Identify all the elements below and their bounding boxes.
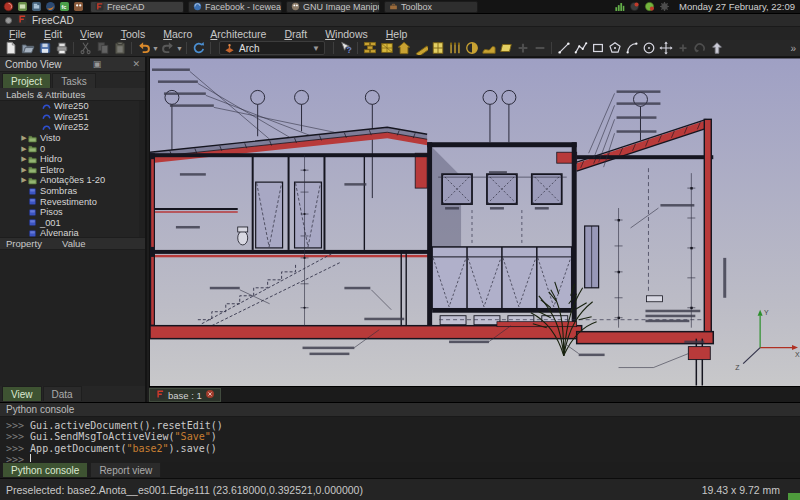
expand-arrow-icon: ▶ bbox=[20, 155, 28, 163]
draft-point-icon bbox=[674, 40, 691, 56]
console-line: >>> App.getDocument("base2").save() bbox=[6, 443, 223, 454]
tree-item-anota-es-1-20[interactable]: ▶Anotações 1-20 bbox=[0, 175, 145, 186]
launcher-browser-icon[interactable] bbox=[45, 1, 57, 13]
tree-item-wire250[interactable]: Wire250 bbox=[0, 101, 145, 112]
close-panel-icon[interactable]: ✕ bbox=[127, 59, 140, 69]
expand-arrow-icon: ▶ bbox=[20, 145, 28, 153]
tree-item-sombras[interactable]: Sombras bbox=[0, 186, 145, 197]
tray-update-icon[interactable] bbox=[644, 1, 656, 13]
taskbar-button-toolbox[interactable]: Toolbox bbox=[384, 1, 478, 13]
expand-arrow-icon: ▶ bbox=[20, 134, 28, 142]
status-dimensions: 19.43 x 9.72 mm bbox=[702, 484, 780, 496]
undo-dropdown-icon[interactable]: ▼ bbox=[152, 45, 159, 52]
remove-icon bbox=[531, 40, 548, 56]
tree-item-0[interactable]: ▶0 bbox=[0, 143, 145, 154]
section-drawing: X Y Z bbox=[150, 58, 800, 387]
document-tab[interactable]: base : 1 bbox=[149, 388, 221, 402]
svg-text:fc: fc bbox=[61, 3, 66, 9]
arch-panel-icon[interactable] bbox=[497, 40, 514, 56]
tab-data[interactable]: Data bbox=[43, 386, 82, 401]
arch-mesh-icon[interactable] bbox=[378, 40, 395, 56]
arch-structure-icon[interactable] bbox=[412, 40, 429, 56]
draft-move-icon[interactable] bbox=[657, 40, 674, 56]
distro-menu-icon[interactable] bbox=[3, 1, 15, 13]
new-document-icon[interactable] bbox=[2, 40, 19, 56]
draft-line-icon[interactable] bbox=[555, 40, 572, 56]
launcher-media-icon[interactable] bbox=[17, 1, 29, 13]
menu-file[interactable]: File bbox=[0, 28, 35, 40]
tab-close-icon[interactable] bbox=[205, 389, 215, 401]
menu-help[interactable]: Help bbox=[377, 28, 417, 40]
taskbar-button-facebook-iceweasel[interactable]: Facebook - Iceweasel bbox=[188, 1, 282, 13]
property-column: Property bbox=[0, 238, 62, 249]
toolbar-overflow-icon[interactable]: » bbox=[790, 43, 798, 54]
menu-tools[interactable]: Tools bbox=[112, 28, 155, 40]
launcher-chat-icon[interactable]: fc bbox=[59, 1, 71, 13]
whatsthis-icon[interactable]: ? bbox=[337, 40, 354, 56]
menu-draft[interactable]: Draft bbox=[275, 28, 316, 40]
undo-icon[interactable] bbox=[135, 40, 152, 56]
tab-tasks[interactable]: Tasks bbox=[52, 73, 96, 88]
tab-python-console[interactable]: Python console bbox=[2, 462, 88, 477]
draft-arc-icon[interactable] bbox=[623, 40, 640, 56]
draft-polygon-icon[interactable] bbox=[606, 40, 623, 56]
menu-edit[interactable]: Edit bbox=[35, 28, 71, 40]
window-menu-button[interactable] bbox=[5, 17, 12, 24]
arch-site-icon[interactable] bbox=[480, 40, 497, 56]
draft-rectangle-icon[interactable] bbox=[589, 40, 606, 56]
menu-windows[interactable]: Windows bbox=[316, 28, 377, 40]
freecad-logo-icon bbox=[17, 14, 27, 26]
save-icon[interactable] bbox=[36, 40, 53, 56]
axis-x-label: X bbox=[795, 351, 800, 358]
taskbar-button-gnu-image-manipul-[interactable]: GNU Image Manipul... bbox=[286, 1, 380, 13]
window-titlebar: FreeCAD bbox=[0, 14, 800, 27]
tray-message-icon[interactable] bbox=[629, 1, 641, 13]
tree-item-pisos[interactable]: Pisos bbox=[0, 207, 145, 218]
model-tree: Wire250Wire251Wire252▶Visto▶0▶Hidro▶Elet… bbox=[0, 101, 145, 237]
tree-item-visto[interactable]: ▶Visto bbox=[0, 133, 145, 144]
tree-scrollbar[interactable] bbox=[139, 101, 145, 237]
copy-icon bbox=[94, 40, 111, 56]
tree-item-alvenaria[interactable]: Alvenaria bbox=[0, 228, 145, 237]
3d-viewport[interactable]: X Y Z bbox=[149, 57, 800, 386]
menu-macro[interactable]: Macro bbox=[154, 28, 201, 40]
workbench-selector[interactable]: Arch▼ bbox=[219, 41, 325, 55]
draft-wire-icon[interactable] bbox=[572, 40, 589, 56]
draft-circle-icon[interactable] bbox=[640, 40, 657, 56]
console-line: >>> Gui.SendMsgToActiveView("Save") bbox=[6, 431, 223, 442]
launcher-files-icon[interactable] bbox=[31, 1, 43, 13]
arch-axis-icon[interactable] bbox=[446, 40, 463, 56]
tab-view[interactable]: View bbox=[2, 386, 42, 401]
taskbar-button-freecad[interactable]: FreeCAD bbox=[90, 1, 184, 13]
float-panel-icon[interactable]: ▣ bbox=[88, 59, 102, 69]
property-table-body[interactable] bbox=[0, 250, 145, 386]
python-console-input[interactable]: >>> Gui.activeDocument().resetEdit()>>> … bbox=[6, 420, 223, 465]
arch-wall-icon[interactable] bbox=[361, 40, 378, 56]
tree-item-wire251[interactable]: Wire251 bbox=[0, 112, 145, 123]
tray-gear-icon[interactable] bbox=[659, 1, 671, 13]
taskbar-window-buttons: FreeCADFacebook - IceweaselGNU Image Man… bbox=[86, 1, 478, 13]
tree-item-revestimento[interactable]: Revestimento bbox=[0, 196, 145, 207]
cut-icon bbox=[77, 40, 94, 56]
arch-section-icon[interactable] bbox=[463, 40, 480, 56]
tree-item-hidro[interactable]: ▶Hidro bbox=[0, 154, 145, 165]
value-column: Value bbox=[62, 238, 86, 249]
launcher-gimp-icon[interactable] bbox=[73, 1, 85, 13]
draft-upgrade-icon[interactable] bbox=[708, 40, 725, 56]
tab-report-view[interactable]: Report view bbox=[90, 462, 161, 477]
tree-item-wire252[interactable]: Wire252 bbox=[0, 122, 145, 133]
tree-item--001[interactable]: _001 bbox=[0, 218, 145, 229]
menu-view[interactable]: View bbox=[71, 28, 112, 40]
statusbar: Preselected: base2.Anota__es001.Edge111 … bbox=[0, 478, 800, 500]
tab-project[interactable]: Project bbox=[2, 73, 51, 88]
menu-architecture[interactable]: Architecture bbox=[201, 28, 275, 40]
print-icon[interactable] bbox=[53, 40, 70, 56]
open-file-icon[interactable] bbox=[19, 40, 36, 56]
tree-item-eletro[interactable]: ▶Eletro bbox=[0, 165, 145, 176]
refresh-icon[interactable] bbox=[190, 40, 207, 56]
arch-building-icon[interactable] bbox=[395, 40, 412, 56]
python-console-panel: Python console >>> Gui.activeDocument().… bbox=[0, 402, 800, 462]
arch-window-icon[interactable] bbox=[429, 40, 446, 56]
tower-windows bbox=[442, 174, 562, 209]
tray-chart-icon[interactable] bbox=[614, 1, 626, 13]
